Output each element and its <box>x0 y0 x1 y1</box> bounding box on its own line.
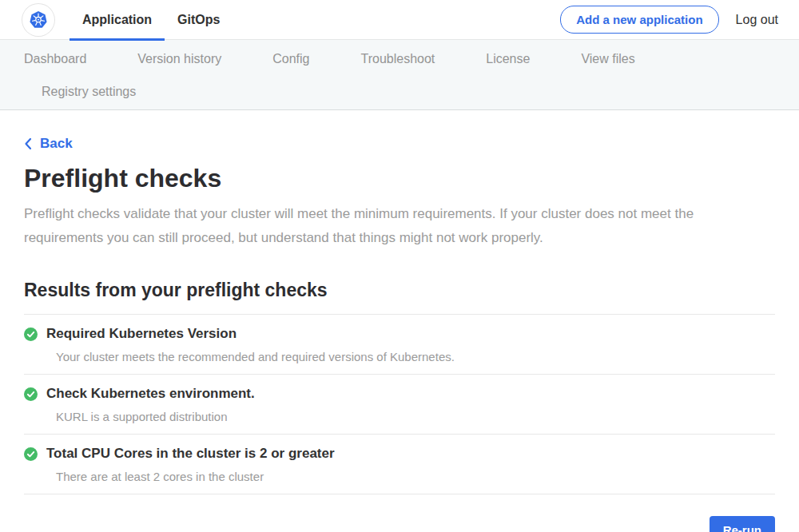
subnav-row-1: Dashboard Version history Config Trouble… <box>24 52 775 66</box>
back-link[interactable]: Back <box>24 136 73 152</box>
back-chevron-icon <box>24 137 32 150</box>
check-description: KURL is a supported distribution <box>56 410 775 423</box>
check-pass-icon <box>24 387 38 401</box>
subnav-row-2: Registry settings <box>24 85 775 99</box>
page-description: Preflight checks validate that your clus… <box>24 202 759 250</box>
back-link-label: Back <box>40 136 73 152</box>
check-head: Total CPU Cores in the cluster is 2 or g… <box>24 446 775 462</box>
check-title: Total CPU Cores in the cluster is 2 or g… <box>46 446 335 462</box>
subnav-item-registry-settings[interactable]: Registry settings <box>42 85 136 99</box>
rerun-button[interactable]: Re-run <box>710 516 775 532</box>
subnav-item-view-files[interactable]: View files <box>581 52 634 66</box>
add-new-application-button[interactable]: Add a new application <box>560 6 718 34</box>
app-subnav: Dashboard Version history Config Trouble… <box>0 40 799 110</box>
results-heading: Results from your preflight checks <box>24 280 775 301</box>
kubernetes-logo-icon <box>22 4 54 36</box>
preflight-check-row: Check Kubernetes environment. KURL is a … <box>24 374 775 434</box>
subnav-item-troubleshoot[interactable]: Troubleshoot <box>360 52 435 66</box>
check-head: Required Kubernetes Version <box>24 326 775 342</box>
check-head: Check Kubernetes environment. <box>24 386 775 402</box>
active-tab-indicator <box>70 38 165 41</box>
top-nav-tabs: Application GitOps <box>70 0 233 40</box>
tab-gitops[interactable]: GitOps <box>165 0 233 40</box>
tab-application-label: Application <box>82 13 152 26</box>
check-description: Your cluster meets the recommended and r… <box>56 350 775 363</box>
check-title: Check Kubernetes environment. <box>46 386 255 402</box>
logout-button[interactable]: Log out <box>736 13 778 27</box>
preflight-content: Back Preflight checks Preflight checks v… <box>0 110 799 532</box>
subnav-item-version-history[interactable]: Version history <box>137 52 221 66</box>
preflight-check-row: Required Kubernetes Version Your cluster… <box>24 314 775 374</box>
tab-application[interactable]: Application <box>70 0 165 40</box>
tab-gitops-label: GitOps <box>177 13 220 26</box>
subnav-item-dashboard[interactable]: Dashboard <box>24 52 86 66</box>
check-pass-icon <box>24 447 38 461</box>
preflight-results-list: Required Kubernetes Version Your cluster… <box>24 314 775 494</box>
kots-admin-console: Application GitOps Add a new application… <box>0 0 799 532</box>
preflight-check-row: Total CPU Cores in the cluster is 2 or g… <box>24 434 775 494</box>
subnav-item-license[interactable]: License <box>486 52 530 66</box>
page-title: Preflight checks <box>24 164 775 193</box>
check-description: There are at least 2 cores in the cluste… <box>56 470 775 483</box>
check-title: Required Kubernetes Version <box>46 326 237 342</box>
top-nav: Application GitOps Add a new application… <box>0 0 799 40</box>
actions-bar: Re-run <box>24 516 775 532</box>
subnav-item-config[interactable]: Config <box>272 52 309 66</box>
check-pass-icon <box>24 328 38 341</box>
